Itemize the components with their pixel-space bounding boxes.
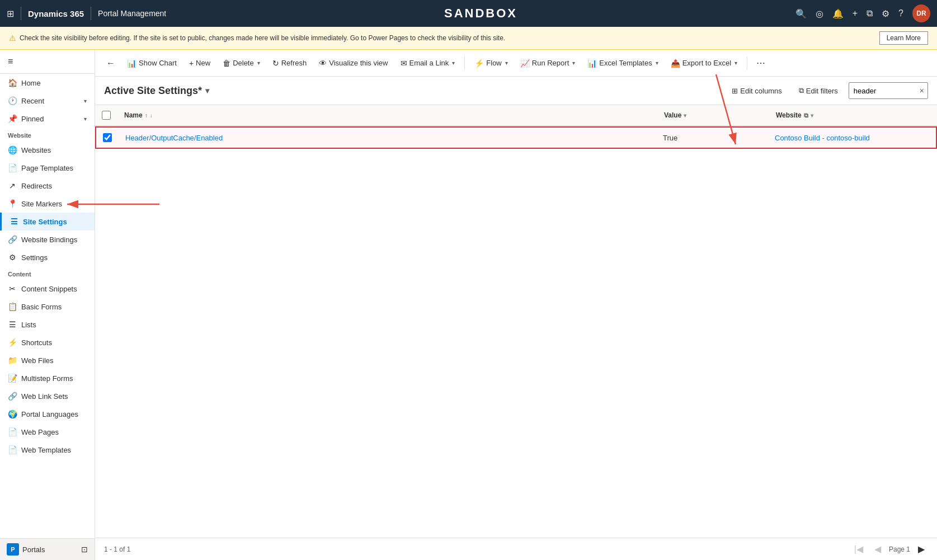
sidebar-item-pinned[interactable]: 📌 Pinned ▾ bbox=[0, 110, 95, 128]
settings-icon[interactable]: ⚙ bbox=[882, 8, 889, 19]
row-value-value: True bbox=[663, 134, 677, 142]
name-sort-down-icon: ↓ bbox=[150, 112, 153, 119]
chevron-down-icon: ▾ bbox=[84, 98, 87, 104]
target-icon[interactable]: ◎ bbox=[816, 8, 823, 19]
row-website-cell[interactable]: Contoso Build - contoso-build bbox=[768, 128, 936, 148]
email-link-button[interactable]: ✉ Email a Link ▾ bbox=[395, 55, 460, 71]
delete-icon: 🗑 bbox=[223, 59, 230, 68]
sidebar-item-basic-forms[interactable]: 📋 Basic Forms bbox=[0, 298, 95, 316]
sidebar-item-label: Website Bindings bbox=[21, 236, 77, 244]
website-filter-icon: ⧉ bbox=[804, 112, 808, 119]
sidebar: ≡ 🏠 Home 🕐 Recent ▾ 📌 Pinned ▾ Website 🌐… bbox=[0, 50, 95, 560]
learn-more-button[interactable]: Learn More bbox=[879, 31, 928, 45]
search-input[interactable] bbox=[849, 84, 916, 97]
sidebar-collapse-button[interactable]: ≡ bbox=[0, 50, 95, 74]
multistep-forms-icon: 📝 bbox=[8, 374, 17, 383]
sidebar-item-shortcuts[interactable]: ⚡ Shortcuts bbox=[0, 333, 95, 351]
visualize-button[interactable]: 👁 Visualize this view bbox=[314, 55, 393, 71]
sidebar-item-label: Lists bbox=[21, 321, 36, 329]
first-page-button[interactable]: |◀ bbox=[851, 543, 867, 556]
run-report-button[interactable]: 📈 Run Report ▾ bbox=[515, 55, 580, 71]
bell-icon[interactable]: 🔔 bbox=[832, 8, 844, 19]
sidebar-item-site-markers[interactable]: 📍 Site Markers bbox=[0, 195, 95, 213]
sidebar-item-web-link-sets[interactable]: 🔗 Web Link Sets bbox=[0, 387, 95, 405]
shortcuts-icon: ⚡ bbox=[8, 338, 17, 347]
new-label: New bbox=[196, 59, 210, 67]
select-all-checkbox[interactable] bbox=[102, 111, 111, 120]
avatar[interactable]: DR bbox=[912, 4, 930, 22]
sidebar-item-websites[interactable]: 🌐 Websites bbox=[0, 141, 95, 159]
sidebar-item-portal-languages[interactable]: 🌍 Portal Languages bbox=[0, 405, 95, 423]
sidebar-item-page-templates[interactable]: 📄 Page Templates bbox=[0, 159, 95, 177]
content-area: ← 📊 Show Chart + New 🗑 Delete ▾ ↻ Refres… bbox=[95, 50, 937, 560]
excel-templates-button[interactable]: 📊 Excel Templates ▾ bbox=[582, 55, 663, 71]
footer-navigation: |◀ ◀ Page 1 ▶ bbox=[851, 543, 928, 556]
toolbar-more-button[interactable]: ⋯ bbox=[752, 55, 770, 71]
export-to-excel-button[interactable]: 📤 Export to Excel ▾ bbox=[666, 55, 742, 71]
back-button[interactable]: ← bbox=[102, 56, 120, 70]
excel-templates-label: Excel Templates bbox=[599, 59, 652, 67]
view-title-text: Active Site Settings* bbox=[104, 85, 202, 97]
search-icon[interactable]: 🔍 bbox=[795, 8, 807, 19]
next-page-button[interactable]: ▶ bbox=[915, 543, 928, 556]
sidebar-item-site-settings[interactable]: ☰ Site Settings bbox=[0, 213, 95, 230]
basic-forms-icon: 📋 bbox=[8, 302, 17, 311]
sidebar-item-web-pages[interactable]: 📄 Web Pages bbox=[0, 423, 95, 441]
lists-icon: ☰ bbox=[8, 320, 17, 329]
delete-dropdown-icon: ▾ bbox=[257, 60, 260, 66]
refresh-button[interactable]: ↻ Refresh bbox=[267, 55, 312, 71]
sidebar-item-label: Content Snippets bbox=[21, 285, 77, 293]
help-icon[interactable]: ? bbox=[898, 8, 903, 18]
table-row: Header/OutputCache/Enabled True Contoso … bbox=[95, 126, 937, 149]
sidebar-item-web-files[interactable]: 📁 Web Files bbox=[0, 351, 95, 369]
view-title-dropdown-icon[interactable]: ▾ bbox=[205, 86, 209, 95]
row-checkbox[interactable] bbox=[103, 133, 112, 142]
flow-button[interactable]: ⚡ Flow ▾ bbox=[469, 55, 512, 71]
toolbar-separator2 bbox=[747, 57, 747, 70]
header-website-cell[interactable]: Website ⧉ ▾ bbox=[769, 105, 937, 125]
show-chart-button[interactable]: 📊 Show Chart bbox=[122, 55, 182, 71]
row-checkbox-cell[interactable] bbox=[96, 128, 119, 148]
new-button[interactable]: + New bbox=[184, 55, 215, 71]
infobar: ⚠ Check the site visibility before editi… bbox=[0, 27, 937, 50]
topbar-divider2 bbox=[91, 7, 91, 20]
value-sort-icon: ▾ bbox=[684, 112, 686, 119]
main-layout: ≡ 🏠 Home 🕐 Recent ▾ 📌 Pinned ▾ Website 🌐… bbox=[0, 50, 937, 560]
chevron-down-icon: ▾ bbox=[84, 116, 87, 122]
expand-icon[interactable]: ⊡ bbox=[81, 545, 88, 554]
sidebar-item-lists[interactable]: ☰ Lists bbox=[0, 316, 95, 333]
sandbox-label: SANDBOX bbox=[173, 6, 788, 21]
sidebar-item-content-snippets[interactable]: ✂ Content Snippets bbox=[0, 280, 95, 298]
delete-label: Delete bbox=[233, 59, 254, 67]
portals-nav[interactable]: P Portals bbox=[7, 543, 45, 556]
sidebar-item-home[interactable]: 🏠 Home bbox=[0, 74, 95, 92]
edit-filters-button[interactable]: ⧉ Edit filters bbox=[793, 83, 844, 98]
waffle-icon[interactable]: ⊞ bbox=[7, 8, 14, 19]
edit-filters-label: Edit filters bbox=[806, 87, 838, 95]
prev-page-button[interactable]: ◀ bbox=[871, 543, 884, 556]
header-value-cell[interactable]: Value ▾ bbox=[657, 105, 769, 125]
sidebar-item-label: Page Templates bbox=[21, 164, 73, 172]
sidebar-item-settings[interactable]: ⚙ Settings bbox=[0, 248, 95, 266]
header-checkbox-cell[interactable] bbox=[95, 105, 117, 125]
edit-columns-icon: ⊞ bbox=[732, 87, 738, 95]
row-name-cell[interactable]: Header/OutputCache/Enabled bbox=[119, 128, 656, 148]
plus-icon[interactable]: + bbox=[853, 8, 858, 18]
header-name-cell[interactable]: Name ↑ ↓ bbox=[117, 105, 657, 125]
sidebar-item-label: Web Files bbox=[21, 356, 54, 365]
edit-columns-button[interactable]: ⊞ Edit columns bbox=[726, 83, 788, 98]
sidebar-item-label: Redirects bbox=[21, 182, 52, 190]
filter-icon[interactable]: ⧉ bbox=[867, 8, 873, 18]
view-actions: ⊞ Edit columns ⧉ Edit filters × bbox=[726, 82, 928, 99]
search-clear-button[interactable]: × bbox=[916, 84, 927, 97]
sidebar-item-multistep-forms[interactable]: 📝 Multistep Forms bbox=[0, 369, 95, 387]
delete-button[interactable]: 🗑 Delete ▾ bbox=[218, 55, 265, 71]
sidebar-item-label: Site Settings bbox=[23, 218, 67, 226]
sidebar-item-recent[interactable]: 🕐 Recent ▾ bbox=[0, 92, 95, 110]
sidebar-item-redirects[interactable]: ↗ Redirects bbox=[0, 177, 95, 195]
run-report-label: Run Report bbox=[532, 59, 569, 67]
sidebar-item-website-bindings[interactable]: 🔗 Website Bindings bbox=[0, 230, 95, 248]
toolbar-separator1 bbox=[464, 57, 465, 70]
infobar-message: Check the site visibility before editing… bbox=[20, 34, 505, 42]
sidebar-item-web-templates[interactable]: 📄 Web Templates bbox=[0, 441, 95, 459]
